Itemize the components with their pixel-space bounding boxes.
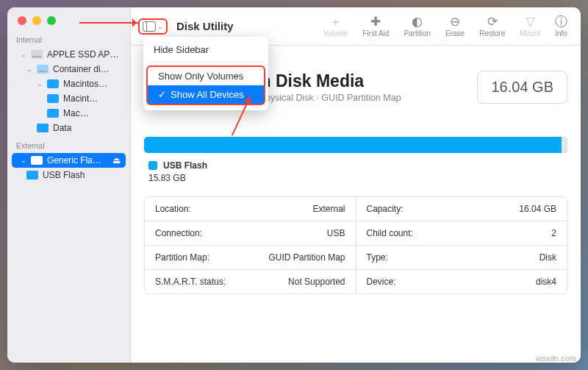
table-row: Connection:USBChild count:2 <box>145 221 567 245</box>
disk-icon <box>31 156 43 165</box>
sidebar-item-container[interactable]: ⌄Container di… <box>12 62 126 77</box>
usage-bar <box>144 137 567 153</box>
sidebar-item-usb-flash[interactable]: USB Flash <box>12 168 126 182</box>
chevron-down-icon: ⌄ <box>157 23 163 30</box>
volume-icon <box>37 124 49 132</box>
watermark: wsxdn.com <box>536 354 576 363</box>
sidebar-item-mac[interactable]: Mac… <box>12 106 126 121</box>
chevron-down-icon: ⌄ <box>26 65 32 73</box>
legend-swatch-icon <box>148 161 157 170</box>
close-icon[interactable] <box>18 16 26 25</box>
app-title: Disk Utility <box>176 20 234 32</box>
sidebar-toggle-icon <box>143 21 156 32</box>
plus-minus-icon: ＋ <box>329 15 342 28</box>
zoom-icon[interactable] <box>47 16 56 25</box>
disk-icon <box>31 50 43 59</box>
menu-separator <box>148 62 264 63</box>
container-icon <box>37 65 49 74</box>
sidebar: Internal ⌄APPLE SSD AP… ⌄Container di… ⌄… <box>7 7 131 363</box>
sidebar-item-apple-ssd[interactable]: ⌄APPLE SSD AP… <box>12 47 126 62</box>
info-table: Location:ExternalCapacity:16.04 GB Conne… <box>144 196 567 294</box>
menu-item-show-only-volumes[interactable]: Show Only Volumes <box>148 67 264 85</box>
restore-button[interactable]: ⟳Restore <box>473 15 511 38</box>
minimize-icon[interactable] <box>32 16 41 25</box>
sidebar-item-data[interactable]: Data <box>12 121 126 135</box>
volume-icon <box>26 171 38 179</box>
volume-button[interactable]: ＋Volume <box>318 15 354 38</box>
chevron-down-icon: ⌄ <box>21 51 26 58</box>
volume-icon <box>47 109 59 118</box>
restore-icon: ⟳ <box>487 15 498 28</box>
partition-button[interactable]: ◐Partition <box>398 15 437 38</box>
first-aid-button[interactable]: ✚First Aid <box>356 15 395 38</box>
mount-icon: ▽ <box>526 15 535 28</box>
sidebar-view-button[interactable]: ⌄ <box>138 18 168 35</box>
menu-item-hide-sidebar[interactable]: Hide Sidebar <box>143 40 268 59</box>
annotation-arrow <box>79 22 140 24</box>
partition-icon: ◐ <box>412 15 423 28</box>
erase-button[interactable]: ⊖Erase <box>440 15 470 38</box>
info-button[interactable]: ⓘInfo <box>549 15 573 38</box>
chevron-down-icon: ⌄ <box>37 80 43 88</box>
usage-legend: USB Flash <box>148 160 567 171</box>
sidebar-section-internal: Internal <box>7 29 130 47</box>
erase-icon: ⊖ <box>450 15 460 28</box>
chevron-down-icon: ⌄ <box>21 157 26 164</box>
table-row: S.M.A.R.T. status:Not SupportedDevice:di… <box>145 269 567 293</box>
sidebar-item-generic-flash[interactable]: ⌄Generic Fla…⏏ <box>12 153 126 168</box>
mount-button[interactable]: ▽Mount <box>514 15 546 38</box>
volume-icon <box>47 79 59 88</box>
window-controls <box>7 7 130 29</box>
sidebar-section-external: External <box>7 135 130 153</box>
table-row: Location:ExternalCapacity:16.04 GB <box>145 197 567 221</box>
sidebar-item-macintosh-snapshot[interactable]: Macint… <box>12 91 126 106</box>
legend-name: USB Flash <box>163 160 207 171</box>
eject-icon[interactable]: ⏏ <box>111 155 121 166</box>
first-aid-icon: ✚ <box>370 15 381 28</box>
volume-icon <box>47 94 59 103</box>
capacity-box: 16.04 GB <box>477 71 567 104</box>
table-row: Partition Map:GUID Partition MapType:Dis… <box>145 245 567 269</box>
disk-utility-window: Internal ⌄APPLE SSD AP… ⌄Container di… ⌄… <box>7 7 581 363</box>
legend-size: 15.83 GB <box>148 173 567 183</box>
sidebar-item-macintosh[interactable]: ⌄Macintos… <box>12 77 126 91</box>
info-icon: ⓘ <box>555 15 567 28</box>
